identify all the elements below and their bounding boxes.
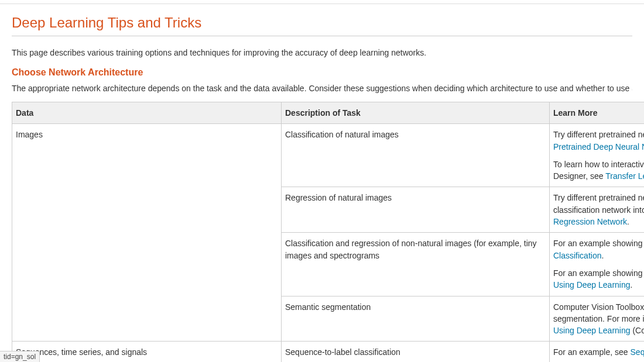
cell-desc: Classification of natural images [282, 124, 550, 187]
cell-data-sequences: Sequences, time series, and signals [12, 342, 282, 362]
section-description: The appropriate network architecture dep… [12, 82, 632, 95]
section-heading: Choose Network Architecture [12, 67, 632, 78]
cell-learn: For an example, see Sequence C [550, 342, 645, 362]
learn-text: Try different pretrained networks [553, 193, 644, 202]
table-row: Sequences, time series, and signals Sequ… [12, 342, 645, 362]
link-sequence-c[interactable]: Sequence C [631, 347, 644, 357]
cell-learn: Try different pretrained networks Pretra… [550, 124, 645, 187]
link-deep-learning[interactable]: Using Deep Learning [553, 280, 631, 289]
cell-learn: For an example showing how to Classifica… [550, 233, 645, 296]
learn-text: For an example showing how to [553, 268, 644, 278]
learn-text: . [627, 217, 629, 226]
learn-text: For an example, see [553, 347, 631, 357]
learn-text: . [631, 280, 633, 289]
learn-text: To learn how to interactively prep [553, 160, 644, 169]
page-title: Deep Learning Tips and Tricks [12, 15, 632, 36]
cell-data-images: Images [12, 124, 282, 342]
learn-text: For an example showing how to [553, 239, 644, 248]
page-intro: This page describes various training opt… [12, 47, 632, 59]
page-content: Deep Learning Tips and Tricks This page … [0, 15, 644, 362]
learn-text: . [601, 251, 604, 260]
link-pretrained-networks[interactable]: Pretrained Deep Neural Network [553, 142, 644, 151]
link-transfer-learning[interactable]: Transfer Learning [605, 171, 644, 181]
header-learn: Learn More [550, 102, 645, 124]
link-regression-network[interactable]: Regression Network [553, 217, 627, 226]
cell-desc: Regression of natural images [282, 187, 550, 233]
link-classification[interactable]: Classification [553, 251, 601, 260]
architecture-table: Data Description of Task Learn More Imag… [12, 102, 644, 362]
table-row: Images Classification of natural images … [12, 124, 645, 187]
header-desc: Description of Task [282, 102, 550, 124]
status-badge: tid=gn_sol [0, 351, 40, 362]
learn-text: Try different pretrained networks [553, 130, 644, 139]
learn-text: Computer Vision Toolbox™ provi [553, 302, 644, 312]
link-deep-learning-semantic[interactable]: Using Deep Learning [553, 326, 631, 335]
cell-learn: Computer Vision Toolbox™ provi segmentat… [550, 296, 645, 342]
cell-desc: Semantic segmentation [282, 296, 550, 342]
cell-learn: Try different pretrained networks classi… [550, 187, 645, 233]
top-divider [0, 4, 644, 4]
cell-desc: Classification and regression of non-nat… [282, 233, 550, 296]
learn-text: Designer, see [553, 171, 605, 181]
cell-desc: Sequence-to-label classification [282, 342, 550, 362]
header-data: Data [12, 102, 282, 124]
learn-text: classification network into a reg [553, 205, 644, 215]
learn-text: (Computer [631, 326, 644, 335]
learn-text: segmentation. For more informa [553, 314, 644, 323]
table-header-row: Data Description of Task Learn More [12, 102, 645, 124]
